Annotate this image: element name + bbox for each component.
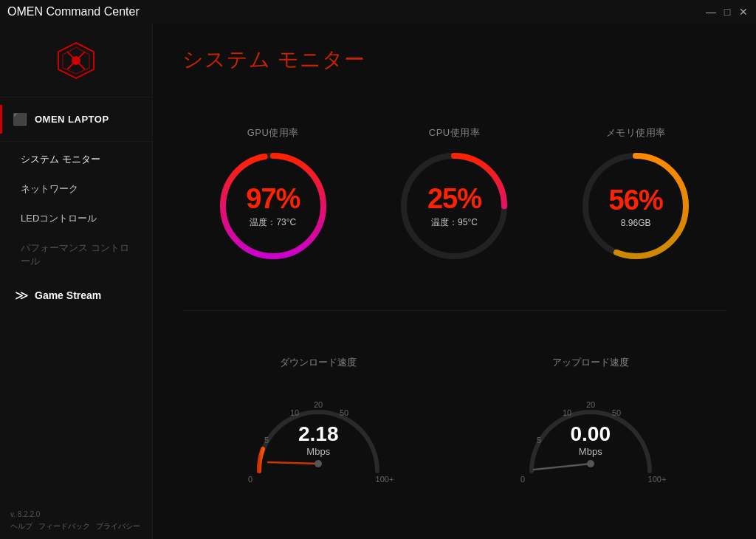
sidebar-item-system-monitor[interactable]: システム モニター [0, 145, 152, 174]
upload-center: 0.00 Mbps [571, 422, 611, 456]
svg-line-17 [268, 462, 318, 464]
upload-label: アップロード速度 [552, 356, 629, 369]
device-item[interactable]: ⬛ OMEN LAPTOP [0, 105, 152, 134]
game-stream-label: Game Stream [35, 289, 101, 301]
maximize-button[interactable]: □ [722, 7, 732, 17]
privacy-link[interactable]: プライバシー [96, 521, 140, 532]
svg-text:10: 10 [563, 408, 571, 417]
sidebar: ⬛ OMEN LAPTOP システム モニター ネットワーク LEDコントロール… [0, 24, 153, 539]
svg-point-26 [587, 460, 594, 467]
gpu-center: 97% 温度：73°C [246, 183, 300, 229]
download-unit: Mbps [298, 445, 339, 456]
system-monitor-label: システム モニター [21, 154, 100, 165]
upload-speedometer: 0 5 10 20 50 100+ 0.00 Mbps [509, 375, 672, 493]
download-speedometer: 0 5 10 20 50 100+ [237, 375, 399, 493]
gpu-percent: 97% [246, 183, 300, 215]
upload-gauge: アップロード速度 0 5 10 20 50 100+ [509, 356, 672, 493]
sidebar-item-network[interactable]: ネットワーク [0, 174, 152, 204]
page-title: システム モニター [182, 46, 726, 74]
titlebar-title: OMEN Command Center [7, 5, 140, 18]
upload-unit: Mbps [571, 445, 611, 456]
window-controls: — □ ✕ [706, 7, 749, 17]
title-bar: OMEN Command Center — □ ✕ [0, 0, 756, 24]
cpu-sub: 温度：95°C [427, 216, 481, 229]
memory-label: メモリ使用率 [606, 126, 666, 140]
gpu-gauge: GPU使用率 [214, 126, 332, 265]
svg-line-25 [534, 464, 591, 470]
sidebar-item-performance: パフォーマンス コントロール [0, 233, 152, 276]
nav-menu: システム モニター ネットワーク LEDコントロール パフォーマンス コントロー… [0, 142, 152, 315]
close-button[interactable]: ✕ [738, 7, 749, 17]
device-label: OMEN LAPTOP [35, 114, 109, 125]
game-stream-icon: ≫ [15, 287, 29, 303]
svg-text:0: 0 [520, 475, 525, 484]
gpu-sub: 温度：73°C [246, 216, 300, 229]
svg-text:100+: 100+ [647, 475, 666, 484]
cpu-gauge: CPU使用率 25% [395, 126, 513, 265]
svg-text:0: 0 [248, 475, 252, 484]
led-label: LEDコントロール [21, 213, 97, 224]
download-label: ダウンロード速度 [280, 356, 357, 369]
sidebar-footer: v. 8.2.2.0 ヘルプ フィードバック プライバシー [0, 503, 152, 539]
svg-text:10: 10 [290, 408, 299, 417]
gauges-bottom: ダウンロード速度 [182, 311, 726, 525]
logo-area [0, 24, 152, 97]
app-container: ⬛ OMEN LAPTOP システム モニター ネットワーク LEDコントロール… [0, 24, 756, 539]
svg-text:20: 20 [586, 400, 595, 409]
download-center: 2.18 Mbps [298, 422, 339, 456]
gauges-top: GPU使用率 [182, 96, 726, 311]
download-value: 2.18 [298, 422, 339, 445]
cpu-label: CPU使用率 [429, 126, 480, 140]
main-content: システム モニター GPU使用率 [153, 24, 756, 539]
sidebar-item-game-stream[interactable]: ≫ Game Stream [0, 279, 152, 312]
memory-sub: 8.96GB [609, 217, 663, 227]
help-link[interactable]: ヘルプ [10, 521, 32, 532]
minimize-button[interactable]: — [706, 7, 716, 17]
cpu-circle: 25% 温度：95°C [395, 147, 513, 265]
cpu-center: 25% 温度：95°C [427, 183, 481, 229]
sidebar-item-led[interactable]: LEDコントロール [0, 204, 152, 233]
feedback-link[interactable]: フィードバック [38, 521, 90, 532]
laptop-icon: ⬛ [13, 112, 27, 126]
version-text: v. 8.2.2.0 [10, 510, 142, 518]
gpu-circle: 97% 温度：73°C [214, 147, 332, 265]
device-section: ⬛ OMEN LAPTOP [0, 97, 152, 142]
svg-text:100+: 100+ [376, 475, 394, 484]
memory-center: 56% 8.96GB [609, 184, 663, 227]
download-gauge: ダウンロード速度 [237, 356, 399, 493]
svg-text:20: 20 [314, 400, 323, 409]
footer-links: ヘルプ フィードバック プライバシー [10, 521, 142, 532]
svg-point-4 [72, 56, 80, 65]
svg-text:50: 50 [340, 408, 348, 417]
gpu-label: GPU使用率 [247, 126, 299, 140]
omen-logo-icon [57, 41, 95, 80]
cpu-percent: 25% [427, 183, 481, 215]
svg-text:50: 50 [612, 408, 621, 417]
memory-percent: 56% [609, 184, 663, 216]
memory-circle: 56% 8.96GB [577, 147, 695, 265]
svg-point-18 [315, 460, 322, 467]
svg-text:5: 5 [264, 436, 269, 444]
upload-value: 0.00 [571, 422, 611, 445]
network-label: ネットワーク [21, 183, 78, 194]
performance-label: パフォーマンス コントロール [21, 242, 129, 267]
memory-gauge: メモリ使用率 56% [577, 126, 695, 265]
svg-text:5: 5 [537, 436, 541, 444]
